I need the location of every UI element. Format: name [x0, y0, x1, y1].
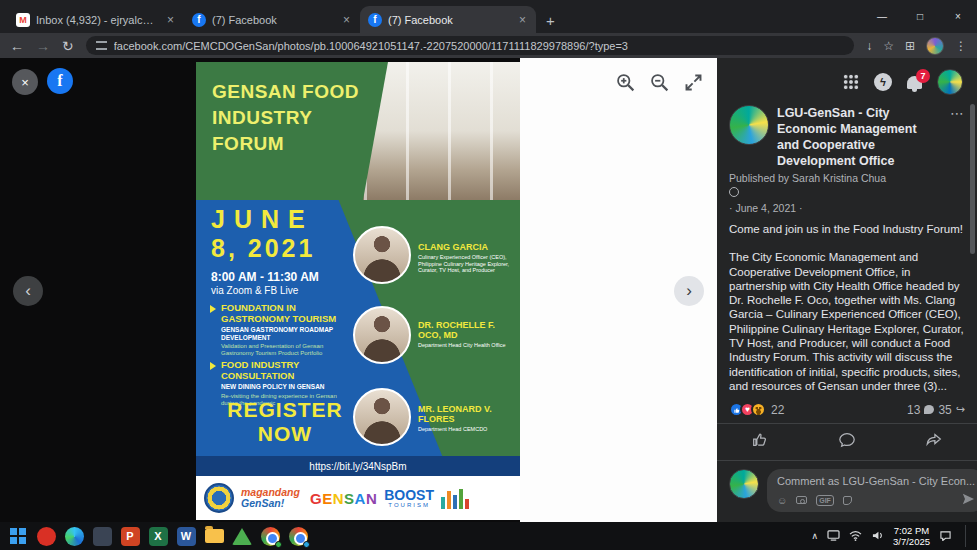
- reactions-row: ♥ 22 13 35 ↪: [717, 396, 977, 423]
- like-button[interactable]: [751, 431, 769, 453]
- post-header: LGU-GenSan - City Economic Management an…: [729, 105, 965, 169]
- taskbar-app-edge[interactable]: [60, 522, 88, 550]
- taskbar-app-drive[interactable]: [228, 522, 256, 550]
- gif-icon[interactable]: GIF: [816, 495, 834, 506]
- taskbar-app-red[interactable]: [32, 522, 60, 550]
- download-icon[interactable]: ↓: [866, 39, 872, 53]
- bookmark-star-icon[interactable]: ☆: [883, 39, 894, 53]
- taskbar-app-dark[interactable]: [88, 522, 116, 550]
- tab-facebook-2-active[interactable]: f (7) Facebook ×: [360, 6, 536, 33]
- notifications-bell-icon[interactable]: 7: [907, 76, 922, 89]
- post-card: LGU-GenSan - City Economic Management an…: [717, 101, 977, 443]
- tab-label: (7) Facebook: [388, 14, 511, 26]
- taskbar-app-file-explorer[interactable]: [200, 522, 228, 550]
- comment-button[interactable]: [838, 431, 856, 453]
- back-button[interactable]: ←: [10, 39, 24, 53]
- sticker-icon[interactable]: [843, 496, 852, 505]
- fullscreen-icon[interactable]: [683, 72, 704, 97]
- window-controls: — □ ×: [863, 0, 977, 33]
- messenger-icon[interactable]: ϟ: [874, 73, 892, 91]
- hidden-icons-chevron[interactable]: ∧: [811, 531, 818, 541]
- close-window-button[interactable]: ×: [939, 0, 977, 33]
- comment-input[interactable]: Comment as LGU-GenSan - City Econ... ☺ G…: [767, 469, 977, 512]
- browser-profile-avatar[interactable]: [926, 37, 944, 55]
- extensions-icon[interactable]: ⊞: [905, 39, 915, 53]
- page-avatar[interactable]: [729, 105, 769, 145]
- tourism-word: TOURISM: [384, 502, 434, 508]
- facebook-logo-icon[interactable]: f: [47, 68, 73, 94]
- poster-agenda-item: FOUNDATION IN GASTRONOMY TOURISM GENSAN …: [211, 303, 346, 357]
- gmail-favicon-icon: M: [16, 13, 30, 27]
- post-date[interactable]: · June 4, 2021 ·: [729, 202, 965, 215]
- previous-photo-button[interactable]: ‹: [13, 276, 43, 306]
- taskbar-app-chrome-2[interactable]: [284, 522, 312, 550]
- page-name-link[interactable]: LGU-GenSan - City Economic Management an…: [777, 105, 942, 169]
- show-desktop-strip[interactable]: [965, 525, 969, 547]
- next-photo-button[interactable]: ›: [674, 276, 704, 306]
- speaker-photo-rochelle-oco: [353, 306, 411, 364]
- taskbar-app-chrome-1[interactable]: [256, 522, 284, 550]
- clock-time: 7:02 PM: [893, 525, 930, 537]
- poster-register-now: REGISTER NOW: [210, 398, 360, 446]
- comment-placeholder[interactable]: Comment as LGU-GenSan - City Econ...: [777, 475, 975, 487]
- zoom-out-icon[interactable]: [649, 72, 670, 97]
- share-button[interactable]: [925, 431, 943, 453]
- action-center-icon[interactable]: [939, 527, 952, 545]
- post-meta: Published by Sarah Kristina Chua · June …: [729, 172, 965, 215]
- tab-close-icon[interactable]: ×: [341, 13, 352, 27]
- agenda-subtitle: GENSAN GASTRONOMY ROADMAP DEVELOPMENT: [211, 326, 346, 341]
- forward-button[interactable]: →: [36, 39, 50, 53]
- browser-toolbar: ← → ↻ facebook.com/CEMCDOGenSan/photos/p…: [0, 33, 977, 58]
- speaker-info: MR. LEONARD V. FLORES Department Head CE…: [418, 404, 514, 433]
- site-settings-icon[interactable]: [96, 41, 107, 50]
- new-tab-button[interactable]: +: [536, 12, 565, 33]
- address-bar[interactable]: facebook.com/CEMCDOGenSan/photos/pb.1000…: [86, 36, 854, 55]
- volume-tray-icon[interactable]: [871, 527, 884, 545]
- composer-avatar: [729, 469, 759, 499]
- url-text[interactable]: facebook.com/CEMCDOGenSan/photos/pb.1000…: [114, 40, 628, 52]
- start-button[interactable]: [4, 522, 32, 550]
- sidebar-scrollbar[interactable]: [970, 104, 975, 254]
- maximize-button[interactable]: □: [901, 0, 939, 33]
- poster-via: via Zoom & FB Live: [211, 285, 298, 296]
- tab-label: Inbox (4,932) - ejryalcaya@gm: [36, 14, 159, 26]
- speaker-name: DR. ROCHELLE F. OCO, MD: [418, 320, 514, 340]
- bullet-triangle-icon: [210, 362, 216, 370]
- browser-menu-icon[interactable]: ⋮: [955, 39, 967, 53]
- event-poster-photo: GENSAN FOOD INDUSTRY FORUM JUNE 8, 2021 …: [196, 62, 520, 520]
- wifi-tray-icon[interactable]: [849, 527, 862, 545]
- minimize-button[interactable]: —: [863, 0, 901, 33]
- attach-photo-icon[interactable]: [796, 496, 807, 504]
- tagline-word: GenSan!: [241, 497, 284, 509]
- emoji-icon[interactable]: ☺: [777, 495, 787, 506]
- agenda-title: FOUNDATION IN GASTRONOMY TOURISM: [211, 303, 346, 324]
- wow-reaction-icon[interactable]: [751, 402, 766, 417]
- profile-avatar[interactable]: [937, 69, 963, 95]
- zoom-in-icon[interactable]: [615, 72, 636, 97]
- taskbar-app-powerpoint[interactable]: P: [116, 522, 144, 550]
- taskbar-app-word[interactable]: W: [172, 522, 200, 550]
- menu-grid-icon[interactable]: [843, 74, 859, 90]
- refresh-button[interactable]: ↻: [62, 39, 74, 53]
- tab-close-icon[interactable]: ×: [165, 13, 176, 27]
- tab-close-icon[interactable]: ×: [517, 13, 528, 27]
- taskbar-clock[interactable]: 7:02 PM 3/7/2025: [893, 525, 930, 548]
- toolbar-actions: ↓ ☆ ⊞ ⋮: [866, 37, 967, 55]
- comment-count[interactable]: 13: [907, 403, 920, 417]
- taskbar-app-excel[interactable]: X: [144, 522, 172, 550]
- speaker-role: Department Head City Health Office: [418, 342, 514, 349]
- display-tray-icon[interactable]: [827, 527, 840, 545]
- tab-gmail[interactable]: M Inbox (4,932) - ejryalcaya@gm ×: [8, 6, 184, 33]
- close-viewer-button[interactable]: ×: [12, 69, 38, 95]
- reaction-count[interactable]: 22: [771, 403, 784, 417]
- share-count[interactable]: 35: [938, 403, 951, 417]
- tab-strip: M Inbox (4,932) - ejryalcaya@gm × f (7) …: [0, 0, 977, 33]
- post-text: Come and join us in the Food Industry Fo…: [729, 222, 965, 408]
- system-tray: ∧ 7:02 PM 3/7/2025: [811, 525, 973, 548]
- post-engagement: ♥ 22 13 35 ↪: [717, 396, 977, 522]
- photo-viewer: GENSAN FOOD INDUSTRY FORUM JUNE 8, 2021 …: [0, 58, 717, 522]
- post-options-icon[interactable]: ⋯: [950, 105, 965, 169]
- bullet-triangle-icon: [210, 305, 216, 313]
- tab-facebook-1[interactable]: f (7) Facebook ×: [184, 6, 360, 33]
- send-comment-icon[interactable]: [961, 493, 975, 507]
